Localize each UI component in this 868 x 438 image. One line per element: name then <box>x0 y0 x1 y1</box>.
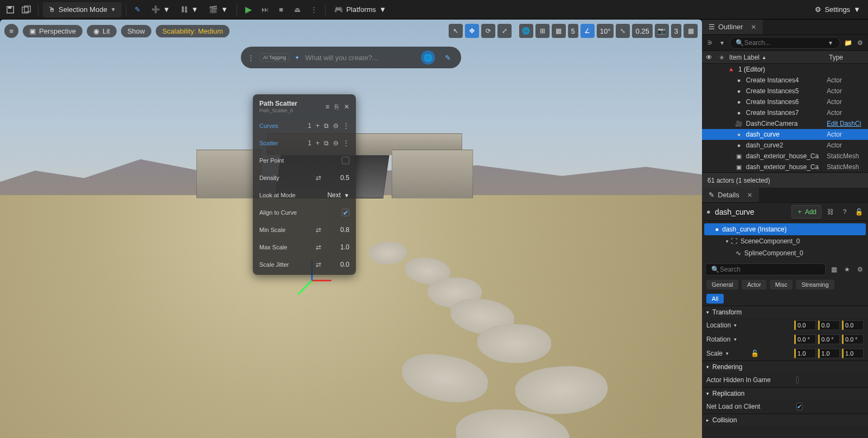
grid-icon[interactable]: ▦ <box>829 265 839 274</box>
scale-tool-icon[interactable]: ⤢ <box>497 24 512 38</box>
add-icon[interactable]: + <box>316 122 320 130</box>
blueprint-dropdown[interactable]: ⛓▼ <box>176 2 202 17</box>
netload-checkbox[interactable]: ✔ <box>796 403 802 410</box>
lock-icon[interactable]: 🔓 <box>751 350 759 357</box>
more-icon[interactable]: ⋮ <box>343 122 349 130</box>
outliner-row[interactable]: ●Create Instances6Actor <box>702 96 868 107</box>
type-header[interactable]: Type <box>827 54 868 61</box>
rot-y[interactable] <box>818 334 840 344</box>
lock-icon[interactable]: 🔓 <box>854 207 864 217</box>
surface-snap-icon[interactable]: ⊞ <box>535 24 550 38</box>
instance-row[interactable]: ●dash_curve (Instance) <box>704 223 866 235</box>
copy-icon[interactable]: ⧉ <box>324 122 329 130</box>
slider-icon[interactable]: ⇄ <box>316 243 321 251</box>
pen-icon[interactable]: ✎ <box>131 3 145 17</box>
grid-snap-icon[interactable]: ▦ <box>552 24 566 38</box>
outliner-row[interactable]: ▣dash_exterior_house_CaStaticMesh <box>702 151 868 162</box>
mode-dropdown[interactable]: 🖱 Selection Mode ▼ <box>43 2 122 17</box>
camera-speed-icon[interactable]: 📷 <box>655 24 669 38</box>
density-value[interactable]: 0.5 <box>326 174 349 182</box>
lighting-pill[interactable]: ◉Lit <box>87 25 117 37</box>
chevron-down-icon[interactable]: ▾ <box>706 391 709 396</box>
details-tab[interactable]: ✎ Details ✕ <box>702 188 759 202</box>
ai-prompt-bar[interactable]: ⋮ AI Tagging ✦ What will you create?... … <box>241 47 461 68</box>
component-tree[interactable]: ●dash_curve (Instance) ▾⛶SceneComponent_… <box>702 221 868 261</box>
add-component-button[interactable]: ＋Add <box>792 205 821 218</box>
projection-pill[interactable]: ▣Perspective <box>23 25 82 37</box>
chevron-down-icon[interactable]: ▾ <box>726 351 729 356</box>
align-checkbox[interactable]: ✔ <box>342 209 349 216</box>
help-icon[interactable]: ? <box>840 207 850 217</box>
scale-y[interactable] <box>818 349 840 358</box>
look-mode-dropdown[interactable]: Next▼ <box>327 191 349 199</box>
outliner-search[interactable]: 🔍 ▾ <box>730 37 840 49</box>
new-folder-icon[interactable]: 📁 <box>844 38 853 48</box>
move-tool-icon[interactable]: ✥ <box>465 24 479 38</box>
outliner-row[interactable]: 🎥DashCineCameraEdit DashCi <box>702 118 868 129</box>
loc-z[interactable] <box>842 320 864 330</box>
rot-snap-value[interactable]: 10° <box>597 24 614 38</box>
save-preset-icon[interactable]: ⎘ <box>335 103 339 111</box>
chevron-down-icon[interactable]: ▾ <box>706 364 709 370</box>
max-scale-value[interactable]: 1.0 <box>326 243 349 251</box>
camera-speed-value[interactable]: 3 <box>671 24 681 38</box>
gear-icon[interactable]: ⚙ <box>855 265 865 274</box>
chevron-down-icon[interactable]: ▾ <box>734 323 737 328</box>
slider-icon[interactable]: ⇄ <box>316 261 321 268</box>
show-pill[interactable]: Show <box>121 25 152 37</box>
item-label-header[interactable]: Item Label <box>729 54 760 61</box>
save-all-icon[interactable] <box>20 3 34 17</box>
pin-icon[interactable]: ★ <box>716 54 727 61</box>
outliner-row[interactable]: ●Create Instances7Actor <box>702 107 868 118</box>
copy-icon[interactable]: ⧉ <box>324 139 329 147</box>
outliner-row[interactable]: ●Create Instances4Actor <box>702 75 868 86</box>
scatter-label[interactable]: Scatter <box>259 140 308 146</box>
slider-icon[interactable]: ⇄ <box>316 174 321 182</box>
category-chip[interactable]: Actor <box>742 280 767 289</box>
add-icon[interactable]: + <box>316 139 320 147</box>
stop-button[interactable]: ■ <box>274 3 288 17</box>
close-icon[interactable]: ✕ <box>747 191 752 199</box>
close-icon[interactable]: ✕ <box>751 23 756 31</box>
remove-icon[interactable]: ⊖ <box>333 122 339 130</box>
pen-icon[interactable]: ✎ <box>441 50 455 65</box>
ai-prompt-placeholder[interactable]: What will you create?... <box>305 54 416 62</box>
close-icon[interactable]: ✕ <box>344 103 349 111</box>
list-icon[interactable]: ≡ <box>326 103 329 111</box>
chevron-down-icon[interactable]: ▾ <box>826 38 835 48</box>
viewport-menu-icon[interactable]: ≡ <box>4 24 18 38</box>
scene-component-row[interactable]: ▾⛶SceneComponent_0 <box>704 235 866 247</box>
rot-snap-icon[interactable]: ∠ <box>580 24 595 38</box>
sequencer-dropdown[interactable]: 🎬▼ <box>205 2 232 17</box>
category-chip[interactable]: Streaming <box>796 280 834 289</box>
filter-icon[interactable]: ⚞ <box>705 38 714 48</box>
globe-icon[interactable]: 🌐 <box>421 50 435 65</box>
chevron-down-icon[interactable]: ▾ <box>718 38 727 48</box>
outliner-world-row[interactable]: 🔺 1 (Editor) <box>702 64 868 75</box>
select-tool-icon[interactable]: ↖ <box>449 24 463 38</box>
outliner-row[interactable]: ●dash_curve2Actor <box>702 140 868 151</box>
rot-z[interactable] <box>842 334 864 344</box>
outliner-tab[interactable]: ☰ Outliner ✕ <box>702 20 763 34</box>
add-content-dropdown[interactable]: ➕▼ <box>147 2 175 17</box>
play-button[interactable]: ▶ <box>241 3 256 17</box>
loc-y[interactable] <box>818 320 840 330</box>
category-chip[interactable]: General <box>706 280 738 289</box>
outliner-row[interactable]: ▣dash_exterior_house_CaStaticMesh <box>702 162 868 172</box>
scale-snap-value[interactable]: 0.25 <box>632 24 652 38</box>
scale-x[interactable] <box>794 349 816 358</box>
rot-x[interactable] <box>794 334 816 344</box>
remove-icon[interactable]: ⊖ <box>333 139 339 147</box>
save-icon[interactable] <box>3 3 17 17</box>
hidden-checkbox[interactable] <box>796 376 799 384</box>
coord-space-icon[interactable]: 🌐 <box>519 24 533 38</box>
more-icon[interactable]: ⋮ <box>343 139 349 147</box>
grid-snap-value[interactable]: 5 <box>568 24 578 38</box>
star-icon[interactable]: ★ <box>842 265 852 274</box>
scale-z[interactable] <box>842 349 864 358</box>
rotate-tool-icon[interactable]: ⟳ <box>481 24 495 38</box>
per-point-checkbox[interactable] <box>342 157 349 164</box>
path-scatter-panel[interactable]: Path Scatter Path_Scatter_0 ≡ ⎘ ✕ Curves… <box>253 94 356 275</box>
slider-icon[interactable]: ⇄ <box>316 226 321 234</box>
outliner-row[interactable]: ●dash_curveActor <box>702 129 868 140</box>
